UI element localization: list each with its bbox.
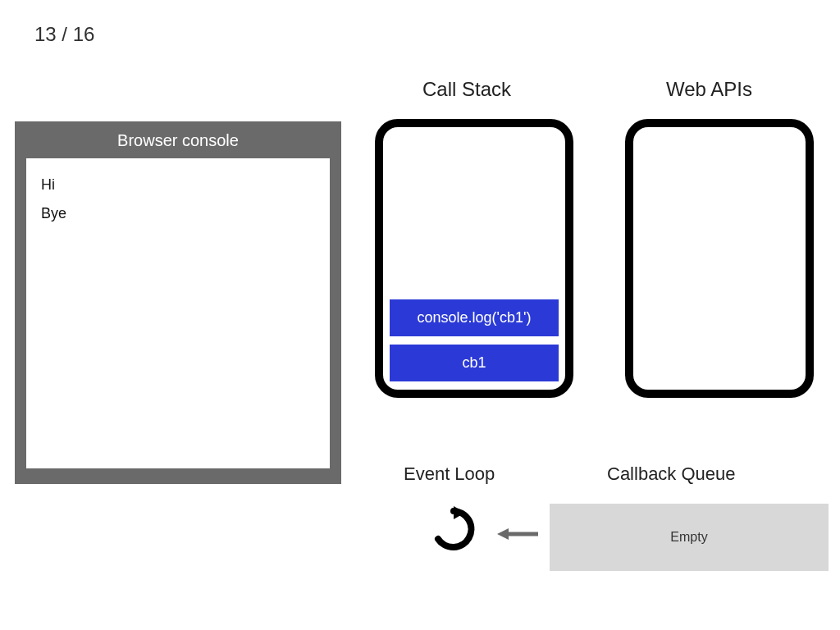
callback-queue-empty-label: Empty — [670, 530, 707, 545]
web-apis-title: Web APIs — [666, 78, 752, 101]
browser-console-panel: Browser console HiBye — [15, 121, 341, 484]
console-line: Hi — [41, 176, 315, 194]
call-stack-title: Call Stack — [422, 78, 511, 101]
step-counter: 13 / 16 — [34, 23, 94, 46]
web-apis-box — [625, 119, 814, 398]
event-loop-title: Event Loop — [404, 463, 495, 485]
call-stack-box: console.log('cb1')cb1 — [375, 119, 573, 398]
callback-queue-title: Callback Queue — [607, 463, 736, 485]
console-line: Bye — [41, 205, 315, 222]
browser-console-title: Browser console — [15, 121, 341, 158]
stack-frame: console.log('cb1') — [390, 299, 559, 336]
arrow-left-icon — [497, 527, 538, 541]
event-loop-icon — [429, 504, 478, 554]
browser-console-body: HiBye — [26, 158, 330, 468]
stack-frame: cb1 — [390, 345, 559, 381]
svg-marker-2 — [497, 528, 509, 540]
callback-queue-box: Empty — [550, 504, 829, 571]
